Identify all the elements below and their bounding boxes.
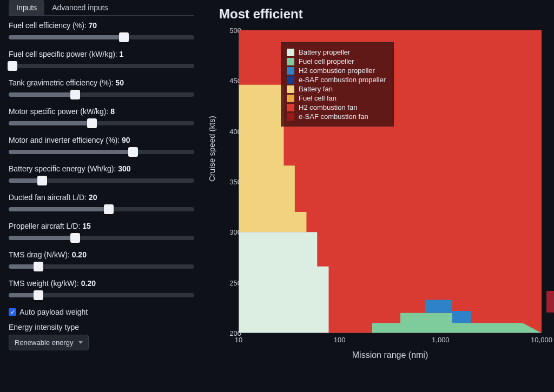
y-tick: 350 [214,178,241,186]
slider-label: TMS drag (N/kW): 0.20 [9,250,194,259]
check-icon: ✓ [9,308,16,316]
legend-label: e-SAF combustion propeller [299,76,386,84]
slider-0: Fuel cell efficiency (%): 70 [9,21,194,43]
slider-label: TMS weight (kg/kW): 0.20 [9,279,194,288]
slider-track[interactable] [9,61,194,71]
slider-label: Motor specific power (kW/kg): 8 [9,107,194,116]
auto-payload-checkbox[interactable]: ✓ Auto payload weight [9,308,194,316]
legend-swatch [287,49,294,56]
checkbox-label: Auto payload weight [19,308,88,316]
select-value: Renewable energy [15,338,73,347]
slider-label: Motor and inverter efficiency (%): 90 [9,136,194,144]
slider-label: Propeller aircraft L/D: 15 [9,222,194,230]
slider-track[interactable] [9,118,194,129]
legend-item: Battery fan [287,85,386,93]
slider-3: Motor specific power (kW/kg): 8 [9,107,194,129]
slider-1: Fuel cell specific power (kW/kg): 1 [9,50,194,71]
slider-thumb[interactable] [104,204,114,214]
svg-marker-4 [425,300,452,313]
slider-7: Propeller aircraft L/D: 15 [9,222,194,243]
slider-5: Battery specific energy (Wh/kg): 300 [9,164,194,186]
legend-label: Fuel cell propeller [299,57,354,65]
legend: Battery propellerFuel cell propellerH2 c… [281,42,394,127]
chart-title: Most efficient [219,6,548,22]
slider-track[interactable] [9,261,194,272]
slider-thumb[interactable] [37,176,47,185]
x-tick: 10,000 [531,336,552,344]
x-tick: 100 [334,336,346,344]
plot-area[interactable]: Battery propellerFuel cell propellerH2 c… [239,30,542,333]
chart-panel: Most efficient Cruise speed (kts) 200250… [203,0,554,392]
slider-track[interactable] [9,32,194,43]
tabs: Inputs Advanced inputs [9,0,194,16]
select-label: Energy intensity type [9,323,194,331]
svg-marker-5 [452,311,471,323]
legend-item: e-SAF combustion propeller [287,76,386,84]
legend-swatch [287,67,294,75]
legend-item: e-SAF combustion fan [287,112,386,121]
legend-swatch [287,104,294,111]
legend-swatch [287,58,294,65]
legend-item: Fuel cell propeller [287,57,386,65]
slider-thumb[interactable] [87,118,97,128]
legend-label: Fuel cell fan [299,94,337,102]
x-axis-label: Mission range (nmi) [239,350,542,360]
y-tick: 500 [214,26,241,35]
slider-track[interactable] [9,232,194,243]
slider-thumb[interactable] [34,290,43,300]
y-tick: 250 [214,278,241,287]
slider-thumb[interactable] [70,90,80,99]
tab-advanced-inputs[interactable]: Advanced inputs [44,0,116,15]
legend-item: H2 combustion propeller [287,67,386,75]
y-tick: 300 [214,228,241,236]
x-tick: 1,000 [432,336,450,344]
y-tick: 450 [214,77,241,85]
legend-item: Battery propeller [287,48,386,56]
sidebar: Inputs Advanced inputs Fuel cell efficie… [0,0,203,392]
slider-thumb[interactable] [8,61,17,71]
legend-label: Battery fan [299,85,333,93]
y-tick: 400 [214,127,241,135]
slider-label: Ducted fan aircraft L/D: 20 [9,193,194,202]
slider-2: Tank gravimetric efficiency (%): 50 [9,78,194,100]
slider-label: Fuel cell efficiency (%): 70 [9,21,194,30]
slider-label: Tank gravimetric efficiency (%): 50 [9,78,194,87]
slider-thumb[interactable] [119,32,129,42]
slider-8: TMS drag (N/kW): 0.20 [9,250,194,272]
legend-swatch [287,95,294,102]
energy-intensity-select[interactable]: Renewable energy [9,335,89,350]
legend-swatch [287,113,294,121]
slider-label: Fuel cell specific power (kW/kg): 1 [9,50,194,58]
chevron-down-icon [78,341,83,344]
x-tick: 10 [235,336,242,344]
slider-9: TMS weight (kg/kW): 0.20 [9,279,194,301]
legend-label: e-SAF combustion fan [299,112,368,121]
slider-4: Motor and inverter efficiency (%): 90 [9,136,194,157]
slider-6: Ducted fan aircraft L/D: 20 [9,193,194,215]
slider-track[interactable] [9,89,194,100]
slider-thumb[interactable] [34,262,43,271]
tab-inputs[interactable]: Inputs [9,0,44,15]
legend-label: Battery propeller [299,48,350,56]
slider-track[interactable] [9,147,194,157]
legend-label: H2 combustion propeller [299,67,375,75]
legend-swatch [287,85,294,93]
slider-thumb[interactable] [128,147,138,157]
slider-thumb[interactable] [70,233,80,243]
legend-item: Fuel cell fan [287,94,386,102]
slider-track[interactable] [9,204,194,215]
y-axis-label: Cruise speed (kts) [207,116,216,182]
slider-label: Battery specific energy (Wh/kg): 300 [9,164,194,173]
slider-track[interactable] [9,290,194,301]
legend-swatch [287,76,294,84]
slider-track[interactable] [9,175,194,186]
legend-label: H2 combustion fan [299,103,357,111]
legend-item: H2 combustion fan [287,103,386,111]
side-handle[interactable] [546,291,554,313]
